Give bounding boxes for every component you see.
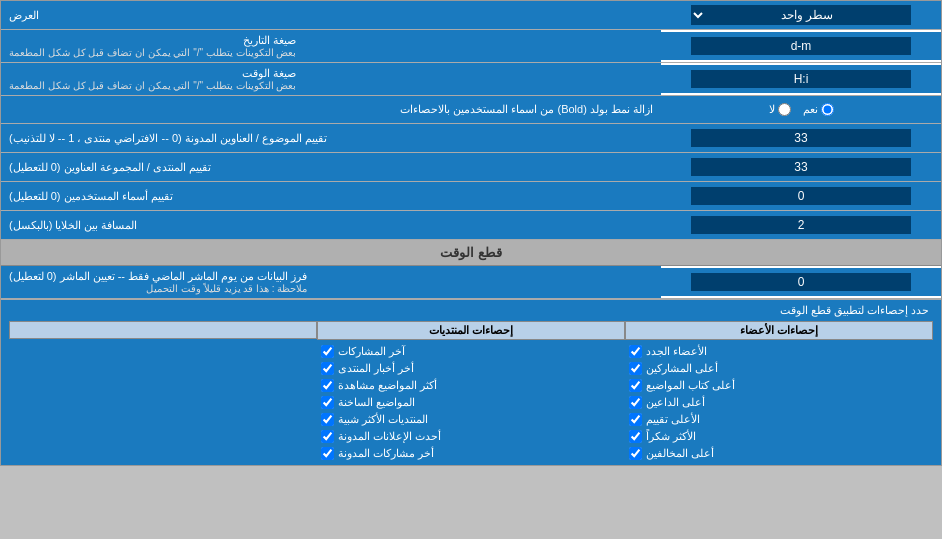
forum-group-input-container [661,153,941,181]
bold-remove-label: ازالة نمط بولد (Bold) من اسماء المستخدمي… [1,99,661,120]
users-names-input[interactable] [691,187,911,205]
checkbox-highest-rated[interactable] [629,413,642,426]
checkbox-col-2: إحصاءات المنتديات آخر المشاركات أخر أخبا… [317,321,625,461]
distance-cells-input[interactable] [691,216,911,234]
topics-addresses-row: تقييم الموضوع / العناوين المدونة (0 -- ا… [1,124,941,153]
display-row: العرض سطر واحد سطرين ثلاثة أسطر [1,1,941,30]
checkbox-top-topic-writers[interactable] [629,379,642,392]
checkbox-item: أعلى المخالفين [625,446,933,461]
main-container: العرض سطر واحد سطرين ثلاثة أسطر صيغة الت… [0,0,942,466]
display-label: العرض [1,1,661,29]
checkbox-item: أكثر المواضيع مشاهدة [317,378,625,393]
checkbox-item: أعلى الداعين [625,395,933,410]
checkbox-hot-topics[interactable] [321,396,334,409]
checkbox-top-participants[interactable] [629,362,642,375]
checkbox-col-3 [9,321,317,461]
checkbox-item: أخر أخبار المنتدى [317,361,625,376]
topics-addresses-label: تقييم الموضوع / العناوين المدونة (0 -- ا… [1,124,661,152]
checkbox-item: الأعلى تقييم [625,412,933,427]
time-cut-header: قطع الوقت [1,240,941,266]
time-cut-input[interactable] [691,273,911,291]
col2-header: إحصاءات المنتديات [317,321,625,340]
distance-cells-row: المسافة بين الخلايا (بالبكسل) [1,211,941,240]
checkbox-item: الأكثر شكراً [625,429,933,444]
checkbox-item: أعلى كتاب المواضيع [625,378,933,393]
time-format-input-container [661,65,941,93]
forum-group-input[interactable] [691,158,911,176]
bold-remove-options: نعم لا [661,100,941,119]
date-format-input[interactable] [691,37,911,55]
checkbox-item: أحدث الإعلانات المدونة [317,429,625,444]
bold-remove-yes[interactable]: نعم [803,103,834,116]
checkbox-top-inviters[interactable] [629,396,642,409]
forum-group-row: تقييم المنتدى / المجموعة العناوين (0 للت… [1,153,941,182]
users-names-row: تقييم أسماء المستخدمين (0 للتعطيل) [1,182,941,211]
checkbox-latest-blog-posts[interactable] [321,430,334,443]
checkbox-most-viewed[interactable] [321,379,334,392]
time-format-row: صيغة الوقت بعض التكوينات يتطلب "/" التي … [1,63,941,96]
bold-remove-row: ازالة نمط بولد (Bold) من اسماء المستخدمي… [1,96,941,124]
topics-addresses-input-container [661,124,941,152]
checkbox-item: أخر مشاركات المدونة [317,446,625,461]
topics-addresses-input[interactable] [691,129,911,147]
date-format-input-container [661,32,941,60]
checkboxes-title: حدد إحصاءات لتطبيق قطع الوقت [9,304,933,317]
checkbox-last-forum-news[interactable] [321,362,334,375]
display-select[interactable]: سطر واحد سطرين ثلاثة أسطر [691,5,911,25]
checkbox-last-blog-participations[interactable] [321,447,334,460]
checkboxes-container: حدد إحصاءات لتطبيق قطع الوقت إحصاءات الم… [1,299,941,465]
checkboxes-title-row: حدد إحصاءات لتطبيق قطع الوقت [9,304,933,317]
bold-remove-no[interactable]: لا [769,103,791,116]
checkboxes-grid: إحصاءات المنتديات آخر المشاركات أخر أخبا… [9,321,933,461]
checkbox-item: آخر المشاركات [317,344,625,359]
date-format-row: صيغة التاريخ بعض التكوينات يتطلب "/" الت… [1,30,941,63]
checkbox-item: المواضيع الساخنة [317,395,625,410]
display-select-container: سطر واحد سطرين ثلاثة أسطر [661,1,941,29]
checkbox-col-1: إحصاءات الأعضاء الأعضاء الجدد أعلى المشا… [625,321,933,461]
bold-remove-yes-radio[interactable] [821,103,834,116]
distance-cells-input-container [661,211,941,239]
time-cut-row: فرز البيانات من يوم الماشر الماضي فقط --… [1,266,941,299]
checkbox-last-posts[interactable] [321,345,334,358]
checkbox-item: المنتديات الأكثر شبية [317,412,625,427]
time-format-input[interactable] [691,70,911,88]
checkbox-most-similar-forums[interactable] [321,413,334,426]
checkbox-top-violators[interactable] [629,447,642,460]
date-format-label: صيغة التاريخ بعض التكوينات يتطلب "/" الت… [1,30,661,62]
checkbox-item: أعلى المشاركين [625,361,933,376]
col3-header [9,321,317,339]
distance-cells-label: المسافة بين الخلايا (بالبكسل) [1,211,661,239]
forum-group-label: تقييم المنتدى / المجموعة العناوين (0 للت… [1,153,661,181]
bold-remove-no-radio[interactable] [778,103,791,116]
time-cut-input-container [661,268,941,296]
time-format-label: صيغة الوقت بعض التكوينات يتطلب "/" التي … [1,63,661,95]
checkbox-item: الأعضاء الجدد [625,344,933,359]
checkbox-new-members[interactable] [629,345,642,358]
col1-header: إحصاءات الأعضاء [625,321,933,340]
time-cut-label: فرز البيانات من يوم الماشر الماضي فقط --… [1,266,661,298]
users-names-label: تقييم أسماء المستخدمين (0 للتعطيل) [1,182,661,210]
checkbox-most-thanked[interactable] [629,430,642,443]
users-names-input-container [661,182,941,210]
